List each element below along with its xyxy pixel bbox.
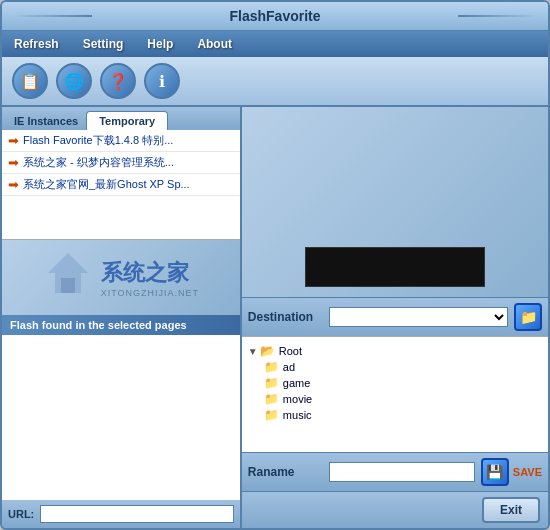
folder-icon: 📁 — [264, 360, 279, 374]
tree-item-label: movie — [283, 393, 312, 405]
tree-item-movie[interactable]: 📁 movie — [264, 391, 542, 407]
destination-row: Destination 📁 — [242, 297, 548, 336]
arrow-icon: ➡ — [8, 155, 19, 170]
exit-button[interactable]: Exit — [482, 497, 540, 523]
main-content: IE Instances Temporary ➡ Flash Favorite下… — [2, 107, 548, 528]
menu-help[interactable]: Help — [143, 35, 177, 53]
url-label: URL: — [8, 508, 34, 520]
tree-item-label: music — [283, 409, 312, 421]
folder-icon: 📁 — [520, 309, 537, 325]
house-icon — [43, 248, 93, 307]
watermark-logo: 系统之家 XITONGZHIJIA.NET — [43, 248, 199, 307]
globe-icon: 🌐 — [64, 72, 84, 91]
toolbar-btn2[interactable]: 🌐 — [56, 63, 92, 99]
help-icon: ❓ — [108, 72, 128, 91]
title-bar: FlashFavorite — [2, 2, 548, 31]
bottom-bar: Exit — [242, 491, 548, 528]
document-icon: 📋 — [20, 72, 40, 91]
toolbar-btn1[interactable]: 📋 — [12, 63, 48, 99]
arrow-icon: ➡ — [8, 133, 19, 148]
folder-icon: 📁 — [264, 408, 279, 422]
destination-select[interactable] — [329, 307, 508, 327]
tree-root-label: Root — [279, 345, 302, 357]
tree-item-label: ad — [283, 361, 295, 373]
save-disk-icon: 💾 — [486, 464, 503, 480]
window-title: FlashFavorite — [229, 8, 320, 24]
flash-section: Flash found in the selected pages — [2, 315, 240, 500]
url-input[interactable] — [40, 505, 234, 523]
toolbar: 📋 🌐 ❓ ℹ — [2, 57, 548, 107]
tree-area: ▼ 📂 Root 📁 ad 📁 game 📁 movie — [242, 336, 548, 452]
tree-item-music[interactable]: 📁 music — [264, 407, 542, 423]
ie-item-text: 系统之家 - 织梦内容管理系统... — [23, 155, 174, 170]
main-window: FlashFavorite Refresh Setting Help About… — [0, 0, 550, 530]
info-icon: ℹ — [159, 72, 165, 91]
flash-list — [2, 335, 240, 500]
ie-instances-label: IE Instances — [6, 112, 86, 130]
rename-label: Raname — [248, 465, 323, 479]
menu-bar: Refresh Setting Help About — [2, 31, 548, 57]
watermark-text: 系统之家 XITONGZHIJIA.NET — [101, 258, 199, 298]
folder-icon: 📁 — [264, 376, 279, 390]
tree-children: 📁 ad 📁 game 📁 movie 📁 music — [264, 359, 542, 423]
ie-item-text: Flash Favorite下载1.4.8 特别... — [23, 133, 173, 148]
ie-item-text: 系统之家官网_最新Ghost XP Sp... — [23, 177, 190, 192]
preview-black-bar — [305, 247, 485, 287]
right-panel: Destination 📁 ▼ 📂 Root 📁 a — [242, 107, 548, 528]
list-item[interactable]: ➡ Flash Favorite下载1.4.8 特别... — [2, 130, 240, 152]
save-btn-area: 💾 SAVE — [481, 458, 542, 486]
toolbar-btn3[interactable]: ❓ — [100, 63, 136, 99]
menu-refresh[interactable]: Refresh — [10, 35, 63, 53]
svg-rect-1 — [61, 278, 75, 293]
flash-label: Flash found in the selected pages — [2, 315, 240, 335]
list-item[interactable]: ➡ 系统之家 - 织梦内容管理系统... — [2, 152, 240, 174]
folder-button[interactable]: 📁 — [514, 303, 542, 331]
tree-item-game[interactable]: 📁 game — [264, 375, 542, 391]
folder-icon: 📁 — [264, 392, 279, 406]
tree-item-label: game — [283, 377, 311, 389]
arrow-icon: ➡ — [8, 177, 19, 192]
folder-root-icon: 📂 — [260, 344, 275, 358]
tab-temporary[interactable]: Temporary — [86, 111, 168, 130]
tree-item-ad[interactable]: 📁 ad — [264, 359, 542, 375]
destination-label: Destination — [248, 310, 323, 324]
watermark-area: 系统之家 XITONGZHIJIA.NET — [2, 240, 240, 315]
list-item[interactable]: ➡ 系统之家官网_最新Ghost XP Sp... — [2, 174, 240, 196]
preview-area — [242, 107, 548, 297]
url-bar: URL: — [2, 500, 240, 528]
menu-about[interactable]: About — [193, 35, 236, 53]
rename-row: Raname 💾 SAVE — [242, 452, 548, 491]
toolbar-btn4[interactable]: ℹ — [144, 63, 180, 99]
watermark-chinese: 系统之家 — [101, 258, 199, 288]
tree-root[interactable]: ▼ 📂 Root — [248, 343, 542, 359]
ie-list: ➡ Flash Favorite下载1.4.8 特别... ➡ 系统之家 - 织… — [2, 130, 240, 240]
left-panel: IE Instances Temporary ➡ Flash Favorite下… — [2, 107, 242, 528]
menu-setting[interactable]: Setting — [79, 35, 128, 53]
rename-input[interactable] — [329, 462, 475, 482]
expand-icon: ▼ — [248, 346, 258, 357]
save-label: SAVE — [513, 466, 542, 478]
watermark-url: XITONGZHIJIA.NET — [101, 288, 199, 298]
save-icon-button[interactable]: 💾 — [481, 458, 509, 486]
tabs-row: IE Instances Temporary — [2, 107, 240, 130]
